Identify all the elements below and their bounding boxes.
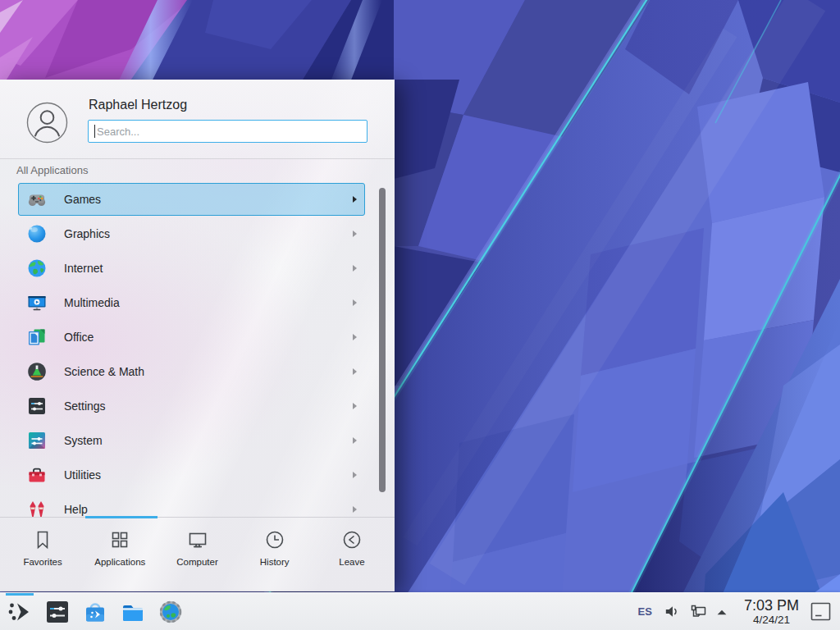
discover-icon xyxy=(82,599,108,625)
category-label: System xyxy=(64,434,103,447)
user-avatar[interactable] xyxy=(26,102,68,144)
search-input[interactable] xyxy=(88,120,368,143)
taskbar: ES xyxy=(0,592,840,630)
clock-icon xyxy=(263,528,286,551)
dolphin-button[interactable] xyxy=(114,593,152,630)
flask-icon xyxy=(26,361,48,382)
expand-arrow-icon xyxy=(714,605,729,619)
tab-label: History xyxy=(260,557,290,567)
category-games[interactable]: Games xyxy=(18,183,365,216)
toolbox-icon xyxy=(26,464,48,486)
category-label: Internet xyxy=(64,262,103,275)
show-desktop-button[interactable] xyxy=(810,602,832,622)
tray-expand-button[interactable] xyxy=(714,605,729,619)
submenu-arrow-icon xyxy=(353,368,357,375)
globe-icon xyxy=(26,258,48,279)
search-field[interactable] xyxy=(89,121,367,142)
category-settings[interactable]: Settings xyxy=(18,390,365,422)
documents-icon xyxy=(26,326,48,348)
help-icon xyxy=(26,499,48,517)
system-settings-icon xyxy=(44,599,71,625)
bookmark-icon xyxy=(31,528,54,551)
text-caret xyxy=(94,125,95,138)
dolphin-folder-icon xyxy=(120,599,146,625)
header-divider xyxy=(0,158,395,159)
submenu-arrow-icon xyxy=(353,334,357,340)
launcher-footer: Favorites Applications Computer xyxy=(0,517,395,591)
category-help[interactable]: Help xyxy=(18,493,365,517)
keyboard-layout-indicator[interactable]: ES xyxy=(638,605,652,618)
category-label: Science & Math xyxy=(64,365,144,378)
desktop: Raphael Hertzog All Applications xyxy=(0,0,840,630)
category-list: Games Graphics xyxy=(0,183,395,517)
konqueror-button[interactable] xyxy=(152,593,189,630)
tab-computer[interactable]: Computer xyxy=(158,518,235,591)
section-label: All Applications xyxy=(16,164,88,176)
media-player-icon xyxy=(26,292,48,313)
submenu-arrow-icon xyxy=(353,472,357,478)
tab-favorites[interactable]: Favorites xyxy=(4,518,81,591)
sliders-icon xyxy=(26,395,48,417)
submenu-arrow-icon xyxy=(353,506,357,513)
submenu-arrow-icon xyxy=(353,299,357,306)
category-internet[interactable]: Internet xyxy=(18,252,365,285)
submenu-arrow-icon xyxy=(353,403,357,409)
launcher-header: Raphael Hertzog xyxy=(0,80,395,158)
tab-label: Applications xyxy=(94,557,145,567)
tab-history[interactable]: History xyxy=(236,518,313,591)
tab-label: Computer xyxy=(176,557,218,567)
application-launcher-popup: Raphael Hertzog All Applications xyxy=(0,80,395,591)
tab-label: Leave xyxy=(339,557,364,567)
active-tab-indicator xyxy=(85,516,158,518)
tab-leave[interactable]: Leave xyxy=(313,518,390,591)
tab-label: Favorites xyxy=(23,557,62,567)
submenu-arrow-icon xyxy=(353,437,357,444)
paint-sphere-icon xyxy=(26,223,48,244)
grid-icon xyxy=(108,528,131,551)
gamepad-icon xyxy=(26,189,48,210)
volume-icon xyxy=(663,603,680,620)
application-launcher-button[interactable] xyxy=(1,593,39,630)
category-office[interactable]: Office xyxy=(18,321,365,354)
system-settings-button[interactable] xyxy=(39,593,76,630)
monitor-icon xyxy=(186,528,209,551)
tab-applications[interactable]: Applications xyxy=(81,518,158,591)
system-tray: ES xyxy=(638,598,840,626)
discover-button[interactable] xyxy=(76,593,114,630)
leave-icon xyxy=(340,528,363,551)
category-multimedia[interactable]: Multimedia xyxy=(18,286,365,319)
konqueror-globe-icon xyxy=(158,599,184,625)
network-icon xyxy=(689,603,707,621)
category-graphics[interactable]: Graphics xyxy=(18,217,365,250)
category-label: Utilities xyxy=(64,468,101,482)
category-utilities[interactable]: Utilities xyxy=(18,459,365,491)
network-button[interactable] xyxy=(689,603,707,621)
category-system[interactable]: System xyxy=(18,424,365,457)
digital-clock[interactable]: 7:03 PM 4/24/21 xyxy=(744,598,799,626)
category-label: Graphics xyxy=(64,227,110,240)
category-science-math[interactable]: Science & Math xyxy=(18,355,365,388)
system-sliders-icon xyxy=(26,430,48,451)
category-label: Settings xyxy=(64,399,106,413)
user-name: Raphael Hertzog xyxy=(89,98,187,112)
submenu-arrow-icon xyxy=(353,196,357,203)
category-label: Office xyxy=(64,331,94,344)
scrollbar[interactable] xyxy=(379,188,386,492)
clock-date: 4/24/21 xyxy=(744,614,799,626)
category-label: Games xyxy=(64,193,101,206)
volume-button[interactable] xyxy=(663,603,680,620)
show-desktop-icon xyxy=(810,602,832,622)
clock-time: 7:03 PM xyxy=(744,598,799,613)
submenu-arrow-icon xyxy=(353,265,357,272)
category-label: Help xyxy=(64,503,88,516)
kde-launcher-icon xyxy=(7,599,33,625)
category-label: Multimedia xyxy=(64,296,120,309)
submenu-arrow-icon xyxy=(353,231,357,237)
